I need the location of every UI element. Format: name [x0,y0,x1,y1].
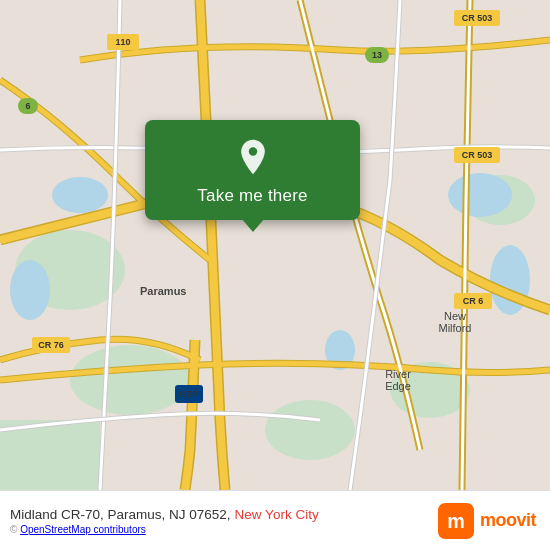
bottom-bar: Midland CR-70, Paramus, NJ 07652, New Yo… [0,490,550,550]
city-text: New York City [235,507,319,522]
svg-text:CR 503: CR 503 [462,13,493,23]
svg-text:GSP: GSP [179,389,198,399]
svg-point-7 [52,177,108,213]
svg-text:New: New [444,310,466,322]
moovit-logo: m moovit [438,503,536,539]
svg-text:Milford: Milford [438,322,471,334]
svg-text:Edge: Edge [385,380,411,392]
map-pin-icon [234,138,272,176]
address-line: Midland CR-70, Paramus, NJ 07652, New Yo… [10,507,319,522]
address-text: Midland CR-70, Paramus, NJ 07652, [10,507,231,522]
svg-point-2 [70,345,190,415]
svg-text:m: m [447,510,465,532]
navigation-popup[interactable]: Take me there [145,120,360,220]
svg-text:110: 110 [115,37,130,47]
svg-text:CR 503: CR 503 [462,150,493,160]
svg-text:6: 6 [25,101,30,111]
svg-point-37 [248,147,256,155]
moovit-icon: m [438,503,474,539]
address-block: Midland CR-70, Paramus, NJ 07652, New Yo… [10,507,319,535]
svg-text:13: 13 [372,50,382,60]
svg-point-9 [448,173,512,217]
map-container: Paramus River Edge New Milford CR 503 11… [0,0,550,490]
svg-text:Paramus: Paramus [140,285,186,297]
osm-credit: © OpenStreetMap contributors [10,524,319,535]
svg-text:CR 6: CR 6 [463,296,484,306]
svg-point-8 [10,260,50,320]
osm-symbol: © [10,524,17,535]
svg-text:River: River [385,368,411,380]
osm-link[interactable]: OpenStreetMap contributors [20,524,146,535]
moovit-text: moovit [480,510,536,531]
take-me-there-label: Take me there [197,186,307,206]
svg-text:CR 76: CR 76 [38,340,64,350]
svg-point-3 [265,400,355,460]
